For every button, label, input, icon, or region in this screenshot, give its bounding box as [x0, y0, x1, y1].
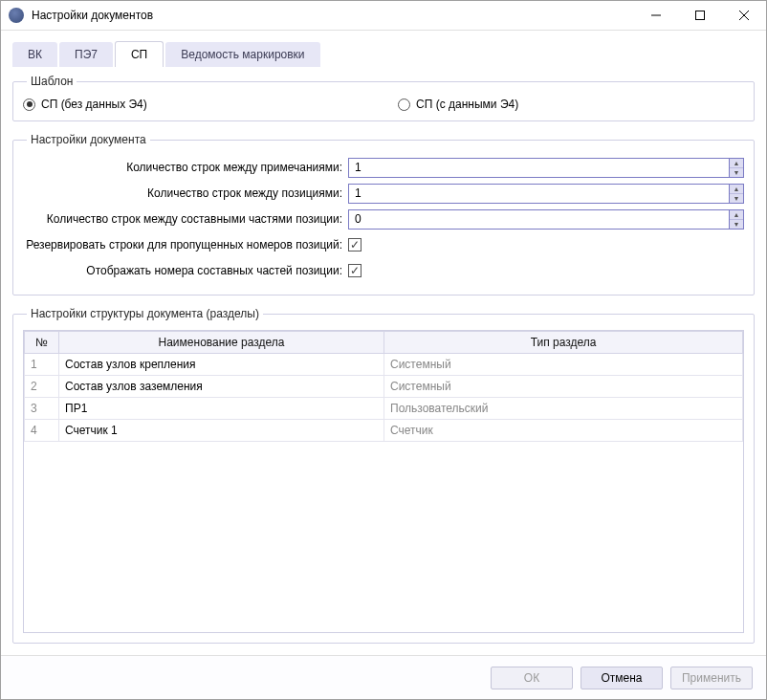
svg-rect-1: [696, 11, 705, 20]
table-row[interactable]: 4 Счетчик 1 Счетчик: [25, 420, 743, 442]
spinner-up-button[interactable]: ▲: [730, 185, 743, 194]
radio-label: СП (без данных Э4): [41, 98, 147, 111]
cell-name: ПР1: [59, 398, 384, 420]
label-rows-between-notes: Количество строк между примечаниями:: [23, 161, 348, 174]
spinner-down-button[interactable]: ▼: [730, 168, 743, 177]
content-area: ВК ПЭ7 СП Ведомость маркировки Шаблон СП…: [1, 31, 766, 655]
settings-legend: Настройки документа: [27, 133, 150, 146]
spinner-buttons: ▲ ▼: [729, 158, 744, 178]
spinner-down-button[interactable]: ▼: [730, 220, 743, 229]
template-radio-row: СП (без данных Э4) СП (с данными Э4): [23, 98, 744, 111]
row-reserve-rows: Резервировать строки для пропущенных ном…: [23, 233, 744, 256]
checkbox-show-part-numbers[interactable]: ✓: [348, 264, 362, 277]
input-rows-between-parts[interactable]: [348, 209, 729, 230]
radio-sp-with-data[interactable]: СП (с данными Э4): [398, 98, 518, 111]
spinner-up-button[interactable]: ▲: [730, 159, 743, 168]
minimize-icon: [651, 11, 661, 20]
cell-type: Счетчик: [384, 420, 743, 442]
minimize-button[interactable]: [634, 1, 678, 30]
radio-sp-no-data[interactable]: СП (без данных Э4): [23, 98, 398, 111]
apply-button[interactable]: Применить: [670, 667, 753, 689]
window-title: Настройки документов: [32, 9, 634, 22]
table-row[interactable]: 2 Состав узлов заземления Системный: [25, 376, 743, 398]
tab-marking-list[interactable]: Ведомость маркировки: [165, 42, 319, 67]
cell-num: 1: [25, 354, 59, 376]
cell-type: Пользовательский: [384, 398, 743, 420]
input-rows-between-notes[interactable]: [348, 158, 729, 178]
cell-type: Системный: [384, 354, 743, 376]
spinner-down-button[interactable]: ▼: [730, 194, 743, 203]
spinner-buttons: ▲ ▼: [729, 209, 744, 230]
structure-table-wrap: № Наименование раздела Тип раздела 1 Сос…: [23, 330, 744, 633]
table-row[interactable]: 3 ПР1 Пользовательский: [25, 398, 743, 420]
structure-legend: Настройки структуры документа (разделы): [27, 307, 263, 320]
spinner-up-button[interactable]: ▲: [730, 210, 743, 220]
cell-type: Системный: [384, 376, 743, 398]
tab-panel-sp: Шаблон СП (без данных Э4) СП (с данными …: [12, 67, 755, 655]
settings-group: Настройки документа Количество строк меж…: [12, 133, 755, 295]
checkbox-cell: ✓: [348, 264, 744, 277]
cancel-button[interactable]: Отмена: [581, 667, 663, 689]
spinner-rows-between-notes: ▲ ▼: [348, 158, 744, 178]
tab-vk[interactable]: ВК: [12, 42, 57, 67]
radio-icon: [23, 98, 35, 111]
tab-pe7[interactable]: ПЭ7: [59, 42, 113, 67]
maximize-icon: [695, 11, 705, 20]
radio-label: СП (с данными Э4): [416, 98, 518, 111]
tab-bar: ВК ПЭ7 СП Ведомость маркировки: [12, 40, 755, 67]
tab-sp[interactable]: СП: [115, 41, 164, 67]
structure-group: Настройки структуры документа (разделы) …: [12, 307, 755, 644]
maximize-button[interactable]: [678, 1, 722, 30]
cell-num: 3: [25, 398, 59, 420]
label-show-part-numbers: Отображать номера составных частей позиц…: [23, 264, 348, 277]
label-rows-between-positions: Количество строк между позициями:: [23, 186, 348, 200]
label-rows-between-parts: Количество строк между составными частям…: [23, 212, 348, 226]
cell-name: Состав узлов крепления: [59, 354, 384, 376]
close-button[interactable]: [722, 1, 766, 30]
close-icon: [739, 11, 749, 20]
cell-num: 2: [25, 376, 59, 398]
row-rows-between-parts: Количество строк между составными частям…: [23, 208, 744, 230]
cell-name: Счетчик 1: [59, 420, 384, 442]
spinner-buttons: ▲ ▼: [729, 184, 744, 204]
header-type[interactable]: Тип раздела: [384, 332, 743, 354]
structure-table: № Наименование раздела Тип раздела 1 Сос…: [24, 331, 743, 442]
header-num[interactable]: №: [25, 332, 59, 354]
checkbox-reserve-rows[interactable]: ✓: [348, 238, 362, 252]
window-root: Настройки документов ВК ПЭ7 СП Ведомость…: [0, 0, 767, 700]
title-bar: Настройки документов: [1, 1, 766, 31]
structure-header-row: № Наименование раздела Тип раздела: [25, 332, 743, 354]
window-button-group: [634, 1, 766, 30]
table-row[interactable]: 1 Состав узлов крепления Системный: [25, 354, 743, 376]
spinner-rows-between-parts: ▲ ▼: [348, 209, 744, 230]
template-group: Шаблон СП (без данных Э4) СП (с данными …: [12, 75, 755, 121]
template-legend: Шаблон: [27, 75, 77, 88]
checkbox-cell: ✓: [348, 238, 744, 252]
app-icon: [9, 8, 24, 23]
spinner-rows-between-positions: ▲ ▼: [348, 184, 744, 204]
row-show-part-numbers: Отображать номера составных частей позиц…: [23, 259, 744, 282]
row-rows-between-notes: Количество строк между примечаниями: ▲ ▼: [23, 156, 744, 179]
label-reserve-rows: Резервировать строки для пропущенных ном…: [23, 238, 348, 252]
dialog-footer: ОК Отмена Применить: [1, 655, 766, 699]
header-name[interactable]: Наименование раздела: [59, 332, 384, 354]
cell-num: 4: [25, 420, 59, 442]
row-rows-between-positions: Количество строк между позициями: ▲ ▼: [23, 182, 744, 205]
input-rows-between-positions[interactable]: [348, 184, 729, 204]
cell-name: Состав узлов заземления: [59, 376, 384, 398]
radio-icon: [398, 98, 410, 111]
ok-button[interactable]: ОК: [491, 667, 573, 689]
